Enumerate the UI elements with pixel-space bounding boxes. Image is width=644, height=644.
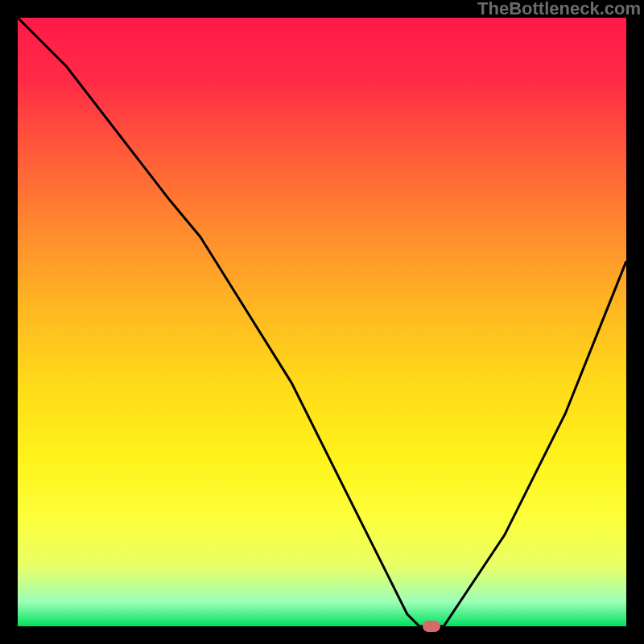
chart-line bbox=[18, 18, 626, 626]
chart-marker bbox=[423, 621, 440, 632]
watermark: TheBottleneck.com bbox=[477, 0, 641, 18]
curve-path bbox=[18, 18, 626, 626]
chart-frame: TheBottleneck.com bbox=[0, 0, 644, 644]
